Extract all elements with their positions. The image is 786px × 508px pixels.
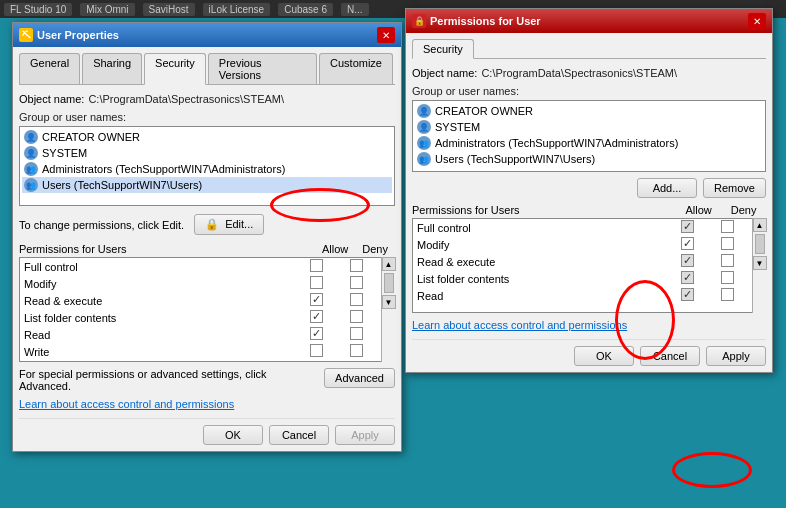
list-folder-allow-check[interactable]	[310, 310, 323, 323]
tab-security[interactable]: Security	[144, 53, 206, 85]
read-allow-check[interactable]	[310, 327, 323, 340]
full-control-allow-check[interactable]	[310, 259, 323, 272]
scroll-up[interactable]: ▲	[382, 257, 396, 271]
dialog2-close-button[interactable]: ✕	[748, 13, 766, 29]
d2-cancel-button[interactable]: Cancel	[640, 346, 700, 366]
d2-list-folder-deny-check[interactable]	[721, 271, 734, 284]
write-allow-check[interactable]	[310, 344, 323, 357]
d2-list-item-system[interactable]: 👤 SYSTEM	[415, 119, 763, 135]
d2-modify-allow-check[interactable]	[681, 237, 694, 250]
list-item-system[interactable]: 👤 SYSTEM	[22, 145, 392, 161]
d2-perms-header-row: Permissions for Users Allow Deny	[412, 204, 766, 216]
tab-customize[interactable]: Customize	[319, 53, 393, 84]
taskbar-item-mix[interactable]: Mix Omni	[80, 3, 134, 16]
perm-read-execute: Read & execute	[20, 292, 380, 309]
user-icon-admins: 👥	[24, 162, 38, 176]
d2-scroll-up[interactable]: ▲	[753, 218, 767, 232]
d2-deny-header: Deny	[731, 204, 757, 216]
perms-scrollbar[interactable]: ▲ ▼	[381, 257, 395, 362]
dialog1-title: User Properties	[37, 29, 119, 41]
apply-button[interactable]: Apply	[335, 425, 395, 445]
dialog1-tabs: General Sharing Security Previous Versio…	[19, 53, 395, 85]
permissions-dialog: 🔒 Permissions for User ✕ Security Object…	[405, 8, 773, 373]
taskbar-item-savi[interactable]: SaviHost	[143, 3, 195, 16]
user-listbox[interactable]: 👤 CREATOR OWNER 👤 SYSTEM 👥 Administrator…	[19, 126, 395, 206]
d2-perms-listbox[interactable]: Full control Modify Read & execute List …	[412, 218, 766, 313]
taskbar-item-ilok[interactable]: iLok License	[203, 3, 271, 16]
dialog2-content: Security Object name: C:\ProgramData\Spe…	[406, 33, 772, 372]
learn-link[interactable]: Learn about access control and permissio…	[19, 398, 234, 410]
d2-modify-deny-check[interactable]	[721, 237, 734, 250]
d2-object-name-label: Object name:	[412, 67, 477, 79]
list-item-creator[interactable]: 👤 CREATOR OWNER	[22, 129, 392, 145]
tab-security-d2[interactable]: Security	[412, 39, 474, 59]
d2-read-execute-deny-check[interactable]	[721, 254, 734, 267]
remove-button[interactable]: Remove	[703, 178, 766, 198]
d2-learn-link-area: Learn about access control and permissio…	[412, 319, 766, 331]
d2-list-item-creator[interactable]: 👤 CREATOR OWNER	[415, 103, 763, 119]
d2-read-deny-check[interactable]	[721, 288, 734, 301]
edit-button[interactable]: 🔒 Edit...	[194, 214, 264, 235]
d2-user-icon-admins: 👥	[417, 136, 431, 150]
perm-full-control: Full control	[20, 258, 380, 275]
advanced-area: For special permissions or advanced sett…	[19, 368, 395, 392]
list-item-users[interactable]: 👥 Users (TechSupportWIN7\Users)	[22, 177, 392, 193]
perm-read: Read	[20, 326, 380, 343]
d2-scroll-thumb[interactable]	[755, 234, 765, 254]
edit-icon: 🔒	[205, 218, 219, 230]
d2-scroll-down[interactable]: ▼	[753, 256, 767, 270]
modify-allow-check[interactable]	[310, 276, 323, 289]
taskbar-item-fl[interactable]: FL Studio 10	[4, 3, 72, 16]
d2-full-control-deny-check[interactable]	[721, 220, 734, 233]
d2-read-execute-allow-check[interactable]	[681, 254, 694, 267]
learn-link-area: Learn about access control and permissio…	[19, 398, 395, 410]
read-deny-check[interactable]	[350, 327, 363, 340]
d2-user-icon-users: 👥	[417, 152, 431, 166]
d2-list-item-users[interactable]: 👥 Users (TechSupportWIN7\Users)	[415, 151, 763, 167]
scroll-down[interactable]: ▼	[382, 295, 396, 309]
dialog2-titlebar: 🔒 Permissions for User ✕	[406, 9, 772, 33]
dialog2-titlebar-left: 🔒 Permissions for User	[412, 14, 541, 28]
d2-user-listbox[interactable]: 👤 CREATOR OWNER 👤 SYSTEM 👥 Administrator…	[412, 100, 766, 172]
full-control-deny-check[interactable]	[350, 259, 363, 272]
d2-user-icon-creator: 👤	[417, 104, 431, 118]
perm-modify: Modify	[20, 275, 380, 292]
ok-button[interactable]: OK	[203, 425, 263, 445]
dialog1-titlebar: ⛏ User Properties ✕	[13, 23, 401, 47]
user-icon-system: 👤	[24, 146, 38, 160]
d2-permissions-container: Full control Modify Read & execute List …	[412, 218, 766, 313]
dialog1-close-button[interactable]: ✕	[377, 27, 395, 43]
user-icon-users: 👥	[24, 178, 38, 192]
d2-list-item-admins[interactable]: 👥 Administrators (TechSupportWIN7\Admini…	[415, 135, 763, 151]
object-name-label: Object name:	[19, 93, 84, 105]
d2-read-allow-check[interactable]	[681, 288, 694, 301]
modify-deny-check[interactable]	[350, 276, 363, 289]
taskbar-item-cubase[interactable]: Cubase 6	[278, 3, 333, 16]
cancel-button[interactable]: Cancel	[269, 425, 329, 445]
tab-previous-versions[interactable]: Previous Versions	[208, 53, 317, 84]
d2-learn-link[interactable]: Learn about access control and permissio…	[412, 319, 627, 331]
advanced-button[interactable]: Advanced	[324, 368, 395, 388]
read-execute-allow-check[interactable]	[310, 293, 323, 306]
read-execute-deny-check[interactable]	[350, 293, 363, 306]
object-name-value: C:\ProgramData\Spectrasonics\STEAM\	[88, 93, 284, 105]
titlebar-left: ⛏ User Properties	[19, 28, 119, 42]
perm-list-folder: List folder contents	[20, 309, 380, 326]
d2-perms-scrollbar[interactable]: ▲ ▼	[752, 218, 766, 313]
edit-button-area: To change permissions, click Edit. 🔒 Edi…	[19, 214, 395, 235]
d2-ok-button[interactable]: OK	[574, 346, 634, 366]
d2-list-folder-allow-check[interactable]	[681, 271, 694, 284]
tab-sharing[interactable]: Sharing	[82, 53, 142, 84]
add-button[interactable]: Add...	[637, 178, 697, 198]
write-deny-check[interactable]	[350, 344, 363, 357]
taskbar-item-n[interactable]: N...	[341, 3, 369, 16]
scroll-thumb[interactable]	[384, 273, 394, 293]
list-folder-deny-check[interactable]	[350, 310, 363, 323]
d2-full-control-allow-check[interactable]	[681, 220, 694, 233]
dialog1-content: General Sharing Security Previous Versio…	[13, 47, 401, 451]
perms-listbox[interactable]: Full control Modify Read & execute List …	[19, 257, 395, 362]
d2-apply-button[interactable]: Apply	[706, 346, 766, 366]
tab-general[interactable]: General	[19, 53, 80, 84]
dialog2-bottom-buttons: OK Cancel Apply	[412, 339, 766, 366]
list-item-admins[interactable]: 👥 Administrators (TechSupportWIN7\Admini…	[22, 161, 392, 177]
